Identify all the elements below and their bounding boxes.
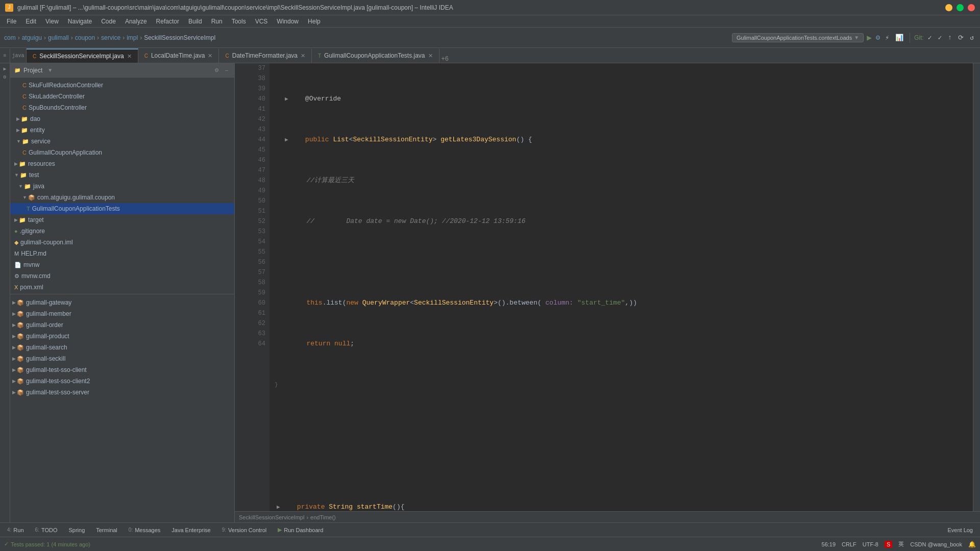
tab-seckill-close[interactable]: ✕ xyxy=(127,53,132,60)
input-method[interactable]: 英 xyxy=(898,540,904,548)
menu-vcs[interactable]: VCS xyxy=(251,17,272,26)
menu-tools[interactable]: Tools xyxy=(228,17,250,26)
tree-item-search[interactable]: ▶ 📦 gulimall-search xyxy=(10,342,234,353)
menu-refactor[interactable]: Refactor xyxy=(152,17,183,26)
vcs-revert[interactable]: ↺ xyxy=(968,33,976,43)
editor-breadcrumb-class[interactable]: SeckillSessionServiceImpl xyxy=(239,514,304,520)
menu-build[interactable]: Build xyxy=(184,17,206,26)
coverage-button[interactable]: ⚡ xyxy=(883,33,891,43)
tab-coupontest[interactable]: T GulimallCouponApplicationTests.java ✕ xyxy=(312,48,439,63)
tree-item-dao[interactable]: ▶ 📁 dao xyxy=(10,113,234,124)
tab-seckill[interactable]: C SeckillSessionServiceImpl.java ✕ xyxy=(27,48,138,63)
profile-button[interactable]: 📊 xyxy=(893,33,905,43)
run-line-icon-37[interactable]: ▶ xyxy=(285,94,288,104)
tree-icon-skuladder: C xyxy=(22,93,27,99)
bottom-tab-spring[interactable]: Spring xyxy=(63,524,90,536)
minimize-button[interactable] xyxy=(945,4,952,11)
tree-item-skufull[interactable]: C SkuFullReductionController xyxy=(10,80,234,91)
bottom-tab-terminal[interactable]: Terminal xyxy=(91,524,122,536)
tree-item-resources[interactable]: ▶ 📁 resources xyxy=(10,158,234,169)
cursor-position[interactable]: 56:19 xyxy=(822,541,836,547)
run-config-selector[interactable]: GulimallCouponApplicationTests.contextLo… xyxy=(732,33,864,42)
menu-file[interactable]: File xyxy=(3,17,20,26)
code-editor[interactable]: ▶ @Override ▶ public List<SeckillSession… xyxy=(270,63,973,511)
tree-item-iml[interactable]: ◆ gulimall-coupon.iml xyxy=(10,237,234,248)
bottom-tab-todo[interactable]: 6: TODO xyxy=(30,524,63,536)
menu-navigate[interactable]: Navigate xyxy=(64,17,96,26)
title-text: gulimall [F:\gulimall] – ...\gulimall-co… xyxy=(17,4,453,11)
project-tree: C SkuFullReductionController C SkuLadder… xyxy=(10,78,234,522)
tree-item-order[interactable]: ▶ 📦 gulimall-order xyxy=(10,319,234,331)
breadcrumb-service[interactable]: service xyxy=(101,34,120,41)
bottom-tab-java-enterprise[interactable]: Java Enterprise xyxy=(166,524,215,536)
tree-item-gateway[interactable]: ▶ 📦 gulimall-gateway xyxy=(10,297,234,308)
run-button[interactable]: ▶ xyxy=(866,32,873,44)
menu-analyze[interactable]: Analyze xyxy=(121,17,151,26)
tree-item-sso-server[interactable]: ▶ 📦 gulimall-test-sso-server xyxy=(10,387,234,398)
tree-item-product[interactable]: ▶ 📦 gulimall-product xyxy=(10,331,234,342)
tab-localdatetime[interactable]: C LocalDateTime.java ✕ xyxy=(138,48,219,63)
tree-item-pom[interactable]: X pom.xml xyxy=(10,282,234,293)
line-ending[interactable]: CRLF xyxy=(842,541,856,547)
vcs-update[interactable]: ✓ xyxy=(926,33,934,43)
tab-localdatetime-close[interactable]: ✕ xyxy=(208,53,212,59)
breadcrumb-gulimall[interactable]: gulimall xyxy=(48,34,69,41)
editor-breadcrumb-method[interactable]: endTime() xyxy=(310,514,336,520)
bottom-tab-messages[interactable]: 0: Messages xyxy=(124,524,165,536)
menu-run[interactable]: Run xyxy=(207,17,227,26)
breadcrumb-coupon[interactable]: coupon xyxy=(75,34,95,41)
tree-item-skuladder[interactable]: C SkuLadderController xyxy=(10,91,234,102)
menu-view[interactable]: View xyxy=(41,17,63,26)
tree-item-member[interactable]: ▶ 📦 gulimall-member xyxy=(10,308,234,319)
tree-item-seckill[interactable]: ▶ 📦 gulimall-seckill xyxy=(10,353,234,364)
tree-item-spubounds[interactable]: C SpuBoundsController xyxy=(10,102,234,113)
bottom-tab-rundashboard[interactable]: ▶ Run Dashboard xyxy=(273,524,328,536)
breadcrumb-com[interactable]: com xyxy=(4,34,16,41)
vcs-push[interactable]: ↑ xyxy=(946,33,954,42)
maximize-button[interactable] xyxy=(957,4,964,11)
tree-item-service[interactable]: ▼ 📁 service xyxy=(10,136,234,147)
tree-item-couponapplication[interactable]: C GulimallCouponApplication xyxy=(10,147,234,158)
bottom-panel: 4: Run 6: TODO Spring Terminal 0: Messag… xyxy=(0,522,980,537)
tree-item-coupontest[interactable]: T GulimallCouponApplicationTests xyxy=(10,203,234,214)
gutter-run[interactable]: ▶ xyxy=(2,65,9,72)
run-line-icon-38[interactable]: ▶ xyxy=(285,135,288,145)
tree-item-gitignore[interactable]: ● .gitignore xyxy=(10,226,234,237)
gutter-debug[interactable]: ⚙ xyxy=(2,73,9,81)
tree-item-mvnw[interactable]: 📄 mvnw xyxy=(10,259,234,270)
tab-datetimeformatter-close[interactable]: ✕ xyxy=(301,53,305,59)
vcs-history[interactable]: ⟳ xyxy=(956,33,966,43)
menu-help[interactable]: Help xyxy=(304,17,325,26)
tab-coupontest-close[interactable]: ✕ xyxy=(428,53,433,59)
code-container[interactable]: 37 38 39 40 41 42 43 44 45 46 47 48 49 5… xyxy=(235,63,980,511)
tree-item-pkg[interactable]: ▼ 📦 com.atguigu.gulimall.coupon xyxy=(10,192,234,203)
menu-window[interactable]: Window xyxy=(273,17,303,26)
tree-item-help[interactable]: M HELP.md xyxy=(10,248,234,259)
bottom-tab-eventlog[interactable]: Event Log xyxy=(942,524,978,536)
tree-item-sso-client2[interactable]: ▶ 📦 gulimall-test-sso-client2 xyxy=(10,375,234,387)
bottom-tab-vcs[interactable]: 9: Version Control xyxy=(217,524,272,536)
project-settings-btn[interactable]: ⚙ xyxy=(213,67,220,74)
breadcrumb-atguigu[interactable]: atguigu xyxy=(22,34,42,41)
notifications-icon[interactable]: 🔔 xyxy=(968,541,976,548)
breadcrumb-impl[interactable]: impl xyxy=(127,34,138,41)
encoding[interactable]: UTF-8 xyxy=(863,541,878,547)
tree-item-sso-client[interactable]: ▶ 📦 gulimall-test-sso-client xyxy=(10,364,234,375)
bottom-tab-run[interactable]: 4: Run xyxy=(2,524,29,536)
tab-overflow[interactable]: +6 xyxy=(442,56,449,63)
tree-item-test[interactable]: ▼ 📁 test xyxy=(10,169,234,181)
debug-button[interactable]: ⚙ xyxy=(875,32,881,43)
run-line-icon-47[interactable]: ▶ xyxy=(277,502,280,511)
tree-item-mvnwcmd[interactable]: ⚙ mvnw.cmd xyxy=(10,270,234,282)
close-button[interactable] xyxy=(968,4,975,11)
project-minimize-btn[interactable]: – xyxy=(223,67,230,74)
tree-item-java[interactable]: ▼ 📁 java xyxy=(10,181,234,192)
panel-toggle[interactable]: ≡ xyxy=(0,48,10,63)
tree-item-target[interactable]: ▶ 📁 target xyxy=(10,214,234,226)
breadcrumb-current[interactable]: SeckillSessionServiceImpl xyxy=(144,34,215,41)
tab-datetimeformatter[interactable]: C DateTimeFormatter.java ✕ xyxy=(219,48,312,63)
menu-edit[interactable]: Edit xyxy=(21,17,40,26)
tree-item-entity[interactable]: ▶ 📁 entity xyxy=(10,124,234,136)
vcs-commit[interactable]: ✓ xyxy=(936,33,944,43)
menu-code[interactable]: Code xyxy=(97,17,120,26)
